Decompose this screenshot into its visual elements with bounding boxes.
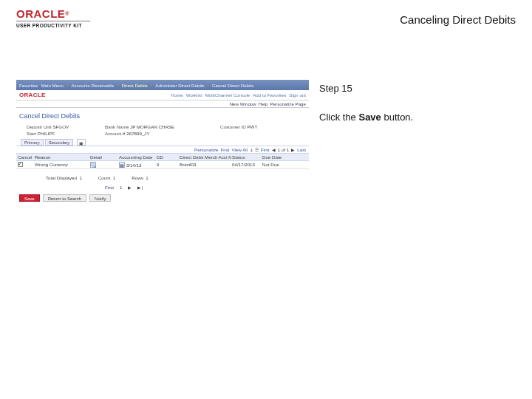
oracle-logo-tm: ® bbox=[65, 11, 69, 16]
total-displayed-label: Total Displayed bbox=[46, 175, 77, 180]
customer-id-value: PWT bbox=[247, 124, 257, 129]
account-label: Account # bbox=[105, 131, 126, 136]
grid-last[interactable]: Last bbox=[297, 147, 306, 152]
upk-label: USER PRODUCTIVITY KIT bbox=[16, 23, 90, 28]
cancel-checkbox[interactable] bbox=[18, 162, 23, 167]
expand-icon[interactable]: ▣ bbox=[77, 139, 86, 146]
start-value: PHILIPF bbox=[38, 131, 55, 136]
instruction-bold: Save bbox=[358, 112, 383, 123]
brand-block: ORACLE® USER PRODUCTIVITY KIT bbox=[16, 9, 90, 28]
chevron-right-icon: › bbox=[208, 83, 209, 88]
accounting-date-value: 3/14/13 bbox=[126, 163, 142, 168]
count-value: 1 bbox=[113, 175, 115, 180]
col-due-date: Due Date bbox=[262, 154, 307, 160]
pager-last-icon[interactable]: ▶| bbox=[137, 185, 143, 190]
instruction-body: Click the Save button. bbox=[319, 110, 516, 126]
breadcrumb-item-dd[interactable]: Direct Debits bbox=[122, 83, 148, 88]
doc-title: Canceling Direct Debits bbox=[400, 13, 516, 26]
grid-find[interactable]: Find bbox=[220, 147, 229, 152]
total-displayed-value: 1 bbox=[79, 175, 81, 180]
link-new-window[interactable]: New Window bbox=[230, 101, 256, 106]
instruction-panel: Step 15 Click the Save button. bbox=[319, 81, 516, 126]
breadcrumb-item-main[interactable]: Main Menu bbox=[41, 83, 64, 88]
count-label: Count bbox=[98, 175, 111, 180]
instruction-suffix: button. bbox=[383, 112, 413, 123]
dd-value: 9 bbox=[157, 162, 179, 168]
col-detail: Detail bbox=[90, 154, 118, 160]
tab-signout[interactable]: Sign out bbox=[289, 92, 306, 98]
pager-one: 1 bbox=[120, 185, 122, 190]
notify-button[interactable]: Notify bbox=[89, 194, 111, 202]
col-reason: Reason bbox=[35, 154, 89, 160]
chevron-left-icon[interactable]: ◀ bbox=[272, 147, 276, 152]
brand-divider bbox=[16, 21, 90, 21]
merchant-name-value: Brazil03 bbox=[180, 162, 231, 168]
link-help[interactable]: Help bbox=[259, 101, 268, 106]
date-icon[interactable]: ▦ bbox=[119, 162, 125, 168]
step-label: Step 15 bbox=[319, 81, 516, 97]
tab-multichannel[interactable]: MultiChannel Console bbox=[205, 92, 250, 98]
breadcrumb-item-favorites[interactable]: Favorites bbox=[19, 83, 38, 88]
col-dd: DD bbox=[157, 154, 179, 160]
breadcrumb-item-cancel[interactable]: Cancel Direct Debits bbox=[212, 83, 253, 88]
grid-range: 1 of 1 bbox=[278, 147, 289, 152]
app-screenshot: Favorites Main Menu› Accounts Receivable… bbox=[16, 80, 309, 203]
account-value: 267899_JY bbox=[126, 131, 149, 136]
subtab-primary[interactable]: Primary bbox=[21, 139, 44, 146]
grid-view-all[interactable]: View All bbox=[231, 147, 248, 152]
col-cancel: Cancel bbox=[18, 154, 34, 160]
link-personalize-page[interactable]: Personalize Page bbox=[270, 101, 307, 106]
return-to-search-button[interactable]: Return to Search bbox=[43, 194, 86, 202]
subtab-secondary[interactable]: Secondary bbox=[45, 139, 74, 146]
rows-label: Rows bbox=[132, 175, 143, 180]
detail-lookup-icon[interactable]: 🔍 bbox=[90, 162, 96, 168]
chevron-right-icon: › bbox=[66, 83, 68, 88]
grid-first[interactable]: First bbox=[261, 147, 270, 152]
rows-value: 1 bbox=[146, 175, 148, 180]
grid-personalize[interactable]: Personalize bbox=[194, 147, 218, 152]
oracle-logo-text: ORACLE bbox=[16, 7, 65, 20]
col-merchant-name: Direct Debit Merch Acct Name bbox=[180, 154, 231, 160]
bank-name-label: Bank Name bbox=[105, 124, 129, 129]
breadcrumb-item-ar[interactable]: Accounts Receivable bbox=[71, 83, 114, 88]
breadcrumb-item-admin[interactable]: Administer Direct Debits bbox=[155, 83, 204, 88]
col-status: Status bbox=[232, 154, 262, 160]
app-logo: ORACLE bbox=[19, 92, 46, 98]
chevron-right-icon[interactable]: ▶ bbox=[291, 147, 295, 152]
save-button[interactable]: Save bbox=[19, 194, 40, 202]
tab-home[interactable]: Home bbox=[171, 92, 183, 98]
tab-worklist[interactable]: Worklist bbox=[186, 92, 202, 98]
chevron-right-icon: › bbox=[117, 83, 118, 88]
pager-first[interactable]: First bbox=[105, 185, 114, 190]
breadcrumb: Favorites Main Menu› Accounts Receivable… bbox=[16, 80, 309, 90]
status-value: 04/17/2013 bbox=[232, 162, 262, 168]
oracle-logo: ORACLE® bbox=[16, 9, 90, 19]
pager-next-icon[interactable]: ▶ bbox=[128, 185, 132, 190]
deposit-unit-value: SFGOV bbox=[52, 124, 69, 129]
bank-name-value: JP MORGAN CHASE bbox=[130, 124, 174, 129]
due-date-value: Not Due bbox=[262, 162, 307, 168]
instruction-prefix: Click the bbox=[319, 112, 358, 123]
col-accounting-date: Accounting Date bbox=[119, 154, 156, 160]
reason-value: Wrong Currency bbox=[35, 162, 89, 168]
table-row: Wrong Currency 🔍 ▦ 3/14/13 9 Brazil03 04… bbox=[16, 161, 309, 169]
tab-add-favorites[interactable]: Add to Favorites bbox=[253, 92, 286, 98]
page-title: Cancel Direct Debits bbox=[16, 108, 309, 123]
start-label: Start bbox=[27, 131, 36, 136]
chevron-right-icon: › bbox=[151, 83, 152, 88]
grid-icons[interactable]: ⤓ ☰ bbox=[250, 147, 259, 152]
deposit-unit-label: Deposit Unit bbox=[27, 124, 52, 129]
customer-id-label: Customer ID bbox=[220, 124, 246, 129]
